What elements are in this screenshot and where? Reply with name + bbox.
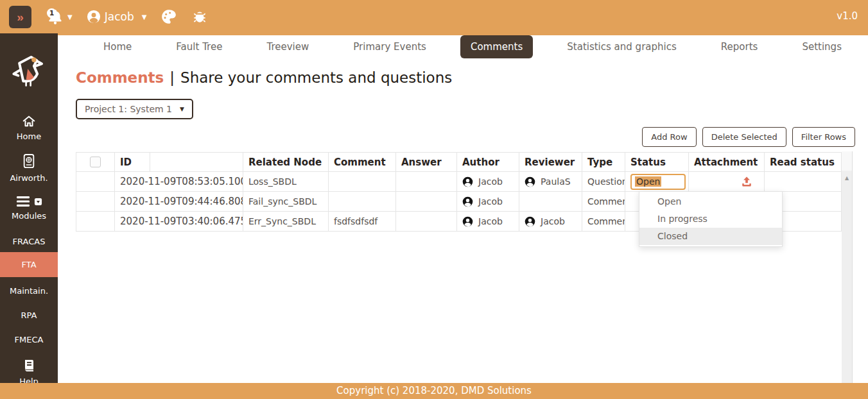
cell-author[interactable]: Jacob bbox=[457, 172, 519, 192]
project-select[interactable]: Project 1: System 1 ▼ bbox=[76, 99, 193, 119]
sidebar-item-label: FMECA bbox=[15, 335, 44, 344]
cell-id[interactable]: 2020-11-09T09:44:46.808Z bbox=[115, 192, 243, 212]
status-option-closed[interactable]: Closed bbox=[639, 228, 782, 245]
cell-type[interactable]: Comment bbox=[582, 212, 625, 232]
page-title-separator: | bbox=[169, 69, 175, 86]
cell-reviewer[interactable] bbox=[519, 192, 582, 212]
cell-answer[interactable] bbox=[396, 212, 457, 232]
scroll-up-icon[interactable]: ▲ bbox=[842, 175, 852, 181]
cell-id[interactable]: 2020-11-09T08:53:05.100Z bbox=[115, 172, 243, 192]
table-scrollbar[interactable]: ▲ bbox=[842, 151, 853, 383]
sidebar-collapse-button[interactable]: » bbox=[9, 6, 31, 28]
app-logo[interactable] bbox=[11, 51, 47, 91]
person-icon bbox=[462, 176, 473, 187]
bug-report-button[interactable] bbox=[191, 8, 208, 25]
sidebar-item-label: Home bbox=[17, 132, 41, 141]
sidebar-item-label: RPA bbox=[21, 310, 37, 320]
cell-author[interactable]: Jacob bbox=[457, 212, 519, 232]
sidebar-item-label: FRACAS bbox=[13, 237, 46, 246]
sidebar-item-rpa[interactable]: RPA bbox=[0, 301, 58, 326]
col-header-author: Author bbox=[457, 153, 519, 172]
delete-selected-button[interactable]: Delete Selected bbox=[702, 127, 786, 147]
col-header-type: Type bbox=[582, 153, 625, 172]
cell-answer[interactable] bbox=[396, 172, 457, 192]
status-select[interactable]: Open bbox=[630, 174, 686, 190]
book-icon bbox=[21, 358, 37, 373]
tab-comments[interactable]: Comments bbox=[460, 35, 533, 58]
row-select-cell[interactable] bbox=[76, 192, 115, 212]
sidebar-item-label: Airworth. bbox=[10, 173, 48, 183]
cell-related-node[interactable]: Err_Sync_SBDL bbox=[243, 212, 329, 232]
author-name: Jacob bbox=[478, 216, 503, 226]
table-row: 2020-11-09T08:53:05.100Z Loss_SBDL Jacob bbox=[76, 172, 842, 192]
tab-reports[interactable]: Reports bbox=[711, 35, 768, 58]
status-select-value: Open bbox=[635, 176, 661, 187]
passport-icon bbox=[22, 153, 36, 170]
row-select-cell[interactable] bbox=[76, 212, 115, 232]
row-select-cell[interactable] bbox=[76, 172, 115, 192]
tab-statistics-and-graphics[interactable]: Statistics and graphics bbox=[557, 35, 686, 58]
sidebar: Home Airworth. bbox=[0, 33, 58, 399]
notifications-chevron-down-icon[interactable]: ▼ bbox=[67, 13, 73, 21]
status-option-open[interactable]: Open bbox=[639, 193, 782, 210]
bird-logo-icon bbox=[11, 51, 47, 89]
cell-id[interactable]: 2020-11-09T03:40:06.475Z bbox=[115, 212, 243, 232]
cell-read-status[interactable] bbox=[765, 172, 842, 192]
cell-related-node[interactable]: Fail_sync_SBDL bbox=[243, 192, 329, 212]
select-all-checkbox[interactable] bbox=[90, 157, 101, 167]
col-header-read-status: Read status bbox=[765, 153, 842, 172]
theme-button[interactable] bbox=[161, 8, 177, 25]
bug-icon bbox=[191, 8, 208, 25]
col-header-id-spacer bbox=[150, 153, 243, 172]
col-header-attachment: Attachment bbox=[689, 153, 765, 172]
cell-comment[interactable]: fsdfsdfsdf bbox=[329, 212, 396, 232]
user-menu[interactable]: Jacob ▼ bbox=[87, 10, 147, 24]
cell-status[interactable]: Open bbox=[625, 172, 689, 192]
sidebar-item-fta[interactable]: FTA bbox=[0, 252, 58, 277]
cell-answer[interactable] bbox=[396, 192, 457, 212]
cell-type[interactable]: Comment bbox=[582, 192, 625, 212]
status-option-in-progress[interactable]: In progress bbox=[639, 210, 782, 228]
cell-type[interactable]: Question bbox=[582, 172, 625, 192]
sidebar-item-home[interactable]: Home bbox=[0, 108, 58, 147]
sidebar-item-airworthiness[interactable]: Airworth. bbox=[0, 147, 58, 189]
topbar: » 1 ▼ Jacob ▼ bbox=[0, 0, 868, 33]
notifications-button[interactable]: 1 bbox=[47, 8, 64, 26]
upload-icon[interactable] bbox=[741, 176, 752, 187]
tab-fault-tree[interactable]: Fault Tree bbox=[166, 35, 232, 58]
table-header-row: ID Related Node Comment Answer Author Re… bbox=[76, 153, 842, 172]
tab-treeview[interactable]: Treeview bbox=[256, 35, 319, 58]
sidebar-item-fmeca[interactable]: FMECA bbox=[0, 326, 58, 350]
tab-primary-events[interactable]: Primary Events bbox=[343, 35, 437, 58]
sidebar-item-modules[interactable]: Modules bbox=[0, 189, 58, 226]
filter-rows-button[interactable]: Filter Rows bbox=[792, 127, 855, 147]
user-name: Jacob bbox=[105, 10, 134, 23]
scrollbar-header-spacer bbox=[842, 151, 852, 171]
col-header-reviewer: Reviewer bbox=[519, 153, 582, 172]
person-icon bbox=[525, 216, 535, 227]
cell-reviewer[interactable]: Jacob bbox=[519, 212, 582, 232]
author-name: Jacob bbox=[478, 176, 503, 187]
sidebar-item-maintain[interactable]: Maintain. bbox=[0, 277, 58, 301]
cell-attachment[interactable] bbox=[689, 172, 765, 192]
sidebar-item-fracas[interactable]: FRACAS bbox=[0, 226, 58, 252]
sidebar-item-label: FTA bbox=[21, 260, 36, 269]
app-version: v1.0 bbox=[837, 10, 858, 22]
cell-related-node[interactable]: Loss_SBDL bbox=[243, 172, 329, 192]
author-name: Jacob bbox=[478, 196, 503, 207]
cell-author[interactable]: Jacob bbox=[457, 192, 519, 212]
main-content: Home Fault Tree Treeview Primary Events … bbox=[58, 33, 868, 383]
tab-settings[interactable]: Settings bbox=[792, 35, 852, 58]
page-title: Comments | Share your comments and quest… bbox=[76, 69, 868, 86]
tab-bar: Home Fault Tree Treeview Primary Events … bbox=[58, 35, 868, 58]
sidebar-item-label: Modules bbox=[12, 211, 46, 221]
project-select-chevron-down-icon: ▼ bbox=[180, 106, 184, 112]
table-toolbar: Add Row Delete Selected Filter Rows bbox=[58, 127, 855, 147]
add-row-button[interactable]: Add Row bbox=[642, 127, 696, 147]
footer: Copyright (c) 2018-2020, DMD Solutions bbox=[0, 383, 868, 399]
tab-home[interactable]: Home bbox=[93, 35, 142, 58]
cell-reviewer[interactable]: PaulaS bbox=[519, 172, 582, 192]
cell-comment[interactable] bbox=[329, 192, 396, 212]
cell-comment[interactable] bbox=[329, 172, 396, 192]
user-chevron-down-icon: ▼ bbox=[142, 13, 147, 21]
